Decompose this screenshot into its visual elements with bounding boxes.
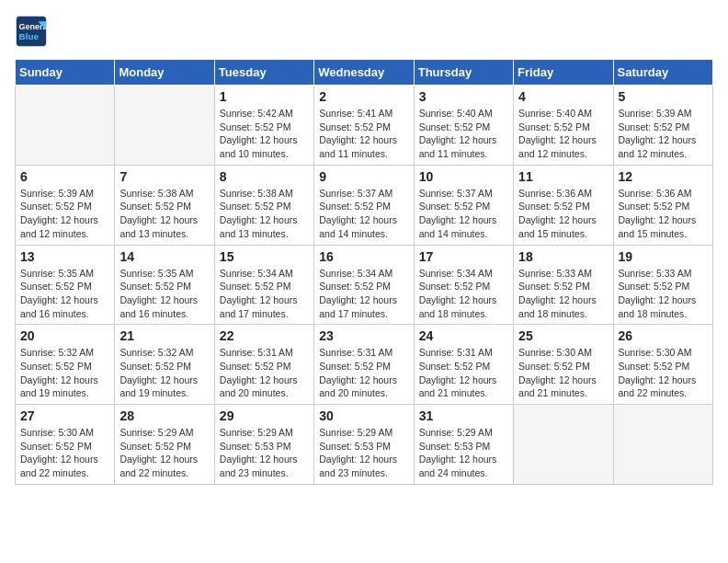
day-number: 25 bbox=[518, 328, 608, 343]
day-info: Sunrise: 5:34 AM Sunset: 5:52 PM Dayligh… bbox=[319, 267, 408, 321]
day-info: Sunrise: 5:31 AM Sunset: 5:52 PM Dayligh… bbox=[419, 346, 508, 400]
day-number: 23 bbox=[319, 328, 408, 343]
day-number: 4 bbox=[518, 89, 608, 104]
calendar-cell: 6Sunrise: 5:39 AM Sunset: 5:52 PM Daylig… bbox=[16, 165, 115, 245]
day-info: Sunrise: 5:36 AM Sunset: 5:52 PM Dayligh… bbox=[619, 187, 708, 241]
day-info: Sunrise: 5:32 AM Sunset: 5:52 PM Dayligh… bbox=[119, 346, 209, 400]
day-number: 6 bbox=[20, 169, 109, 184]
day-info: Sunrise: 5:42 AM Sunset: 5:52 PM Dayligh… bbox=[220, 107, 309, 161]
calendar-cell: 29Sunrise: 5:29 AM Sunset: 5:53 PM Dayli… bbox=[214, 405, 313, 485]
calendar-week-row: 20Sunrise: 5:32 AM Sunset: 5:52 PM Dayli… bbox=[16, 325, 713, 405]
calendar-cell: 17Sunrise: 5:34 AM Sunset: 5:52 PM Dayli… bbox=[414, 245, 513, 325]
calendar-cell: 9Sunrise: 5:37 AM Sunset: 5:52 PM Daylig… bbox=[314, 165, 414, 245]
calendar-cell: 28Sunrise: 5:29 AM Sunset: 5:52 PM Dayli… bbox=[115, 405, 214, 485]
calendar-cell: 25Sunrise: 5:30 AM Sunset: 5:52 PM Dayli… bbox=[514, 325, 613, 405]
calendar-cell: 19Sunrise: 5:33 AM Sunset: 5:52 PM Dayli… bbox=[613, 245, 712, 325]
calendar-cell: 3Sunrise: 5:40 AM Sunset: 5:52 PM Daylig… bbox=[414, 86, 513, 166]
day-info: Sunrise: 5:37 AM Sunset: 5:52 PM Dayligh… bbox=[419, 187, 508, 241]
day-info: Sunrise: 5:33 AM Sunset: 5:52 PM Dayligh… bbox=[619, 267, 708, 321]
calendar-cell: 7Sunrise: 5:38 AM Sunset: 5:52 PM Daylig… bbox=[115, 165, 214, 245]
weekday-header-friday: Friday bbox=[514, 60, 613, 86]
calendar-cell bbox=[16, 86, 115, 166]
day-info: Sunrise: 5:41 AM Sunset: 5:52 PM Dayligh… bbox=[319, 107, 408, 161]
day-info: Sunrise: 5:29 AM Sunset: 5:53 PM Dayligh… bbox=[220, 426, 309, 480]
calendar-cell: 20Sunrise: 5:32 AM Sunset: 5:52 PM Dayli… bbox=[16, 325, 115, 405]
day-number: 9 bbox=[319, 169, 408, 184]
day-info: Sunrise: 5:34 AM Sunset: 5:52 PM Dayligh… bbox=[419, 267, 508, 321]
day-info: Sunrise: 5:31 AM Sunset: 5:52 PM Dayligh… bbox=[319, 346, 408, 400]
day-number: 2 bbox=[319, 89, 408, 104]
calendar-cell: 2Sunrise: 5:41 AM Sunset: 5:52 PM Daylig… bbox=[314, 86, 414, 166]
day-info: Sunrise: 5:29 AM Sunset: 5:52 PM Dayligh… bbox=[119, 426, 209, 480]
calendar-week-row: 27Sunrise: 5:30 AM Sunset: 5:52 PM Dayli… bbox=[16, 405, 713, 485]
day-number: 31 bbox=[419, 408, 508, 423]
calendar-cell: 30Sunrise: 5:29 AM Sunset: 5:53 PM Dayli… bbox=[314, 405, 414, 485]
day-number: 13 bbox=[20, 249, 109, 264]
calendar-header-row: SundayMondayTuesdayWednesdayThursdayFrid… bbox=[16, 60, 713, 86]
day-number: 27 bbox=[20, 408, 109, 423]
calendar-cell: 11Sunrise: 5:36 AM Sunset: 5:52 PM Dayli… bbox=[514, 165, 613, 245]
day-number: 22 bbox=[220, 328, 309, 343]
day-number: 30 bbox=[319, 408, 408, 423]
svg-text:Blue: Blue bbox=[19, 31, 40, 41]
calendar-cell: 24Sunrise: 5:31 AM Sunset: 5:52 PM Dayli… bbox=[414, 325, 513, 405]
day-number: 26 bbox=[619, 328, 708, 343]
day-number: 10 bbox=[419, 169, 508, 184]
calendar-cell: 22Sunrise: 5:31 AM Sunset: 5:52 PM Dayli… bbox=[214, 325, 313, 405]
weekday-header-sunday: Sunday bbox=[16, 60, 115, 86]
day-info: Sunrise: 5:38 AM Sunset: 5:52 PM Dayligh… bbox=[119, 187, 209, 241]
calendar-cell: 8Sunrise: 5:38 AM Sunset: 5:52 PM Daylig… bbox=[214, 165, 313, 245]
day-number: 21 bbox=[119, 328, 209, 343]
day-number: 16 bbox=[319, 249, 408, 264]
calendar-cell: 4Sunrise: 5:40 AM Sunset: 5:52 PM Daylig… bbox=[514, 86, 613, 166]
day-info: Sunrise: 5:39 AM Sunset: 5:52 PM Dayligh… bbox=[619, 107, 708, 161]
calendar-week-row: 1Sunrise: 5:42 AM Sunset: 5:52 PM Daylig… bbox=[16, 86, 713, 166]
day-info: Sunrise: 5:36 AM Sunset: 5:52 PM Dayligh… bbox=[518, 187, 608, 241]
day-info: Sunrise: 5:40 AM Sunset: 5:52 PM Dayligh… bbox=[518, 107, 608, 161]
calendar-week-row: 13Sunrise: 5:35 AM Sunset: 5:52 PM Dayli… bbox=[16, 245, 713, 325]
calendar-cell: 18Sunrise: 5:33 AM Sunset: 5:52 PM Dayli… bbox=[514, 245, 613, 325]
day-number: 24 bbox=[419, 328, 508, 343]
day-number: 14 bbox=[119, 249, 209, 264]
page-header: General Blue bbox=[15, 15, 713, 48]
day-info: Sunrise: 5:39 AM Sunset: 5:52 PM Dayligh… bbox=[20, 187, 109, 241]
calendar-cell: 23Sunrise: 5:31 AM Sunset: 5:52 PM Dayli… bbox=[314, 325, 414, 405]
day-info: Sunrise: 5:40 AM Sunset: 5:52 PM Dayligh… bbox=[419, 107, 508, 161]
calendar-cell: 16Sunrise: 5:34 AM Sunset: 5:52 PM Dayli… bbox=[314, 245, 414, 325]
weekday-header-tuesday: Tuesday bbox=[214, 60, 313, 86]
calendar-cell: 26Sunrise: 5:30 AM Sunset: 5:52 PM Dayli… bbox=[613, 325, 712, 405]
calendar-cell: 1Sunrise: 5:42 AM Sunset: 5:52 PM Daylig… bbox=[214, 86, 313, 166]
day-info: Sunrise: 5:37 AM Sunset: 5:52 PM Dayligh… bbox=[319, 187, 408, 241]
day-info: Sunrise: 5:31 AM Sunset: 5:52 PM Dayligh… bbox=[220, 346, 309, 400]
calendar-cell: 12Sunrise: 5:36 AM Sunset: 5:52 PM Dayli… bbox=[613, 165, 712, 245]
calendar-cell bbox=[613, 405, 712, 485]
day-number: 19 bbox=[619, 249, 708, 264]
day-info: Sunrise: 5:30 AM Sunset: 5:52 PM Dayligh… bbox=[518, 346, 608, 400]
day-info: Sunrise: 5:35 AM Sunset: 5:52 PM Dayligh… bbox=[119, 267, 209, 321]
calendar-cell: 21Sunrise: 5:32 AM Sunset: 5:52 PM Dayli… bbox=[115, 325, 214, 405]
weekday-header-thursday: Thursday bbox=[414, 60, 513, 86]
day-number: 28 bbox=[119, 408, 209, 423]
logo: General Blue bbox=[15, 15, 53, 48]
calendar-cell: 14Sunrise: 5:35 AM Sunset: 5:52 PM Dayli… bbox=[115, 245, 214, 325]
day-info: Sunrise: 5:35 AM Sunset: 5:52 PM Dayligh… bbox=[20, 267, 109, 321]
day-info: Sunrise: 5:34 AM Sunset: 5:52 PM Dayligh… bbox=[220, 267, 309, 321]
calendar-week-row: 6Sunrise: 5:39 AM Sunset: 5:52 PM Daylig… bbox=[16, 165, 713, 245]
day-info: Sunrise: 5:32 AM Sunset: 5:52 PM Dayligh… bbox=[20, 346, 109, 400]
day-number: 5 bbox=[619, 89, 708, 104]
calendar-cell bbox=[115, 86, 214, 166]
calendar-cell bbox=[514, 405, 613, 485]
day-info: Sunrise: 5:33 AM Sunset: 5:52 PM Dayligh… bbox=[518, 267, 608, 321]
day-number: 11 bbox=[518, 169, 608, 184]
day-number: 29 bbox=[220, 408, 309, 423]
day-number: 8 bbox=[220, 169, 309, 184]
day-number: 12 bbox=[619, 169, 708, 184]
day-number: 3 bbox=[419, 89, 508, 104]
logo-icon: General Blue bbox=[15, 15, 48, 48]
day-number: 7 bbox=[119, 169, 209, 184]
calendar-cell: 13Sunrise: 5:35 AM Sunset: 5:52 PM Dayli… bbox=[16, 245, 115, 325]
calendar-cell: 15Sunrise: 5:34 AM Sunset: 5:52 PM Dayli… bbox=[214, 245, 313, 325]
day-number: 20 bbox=[20, 328, 109, 343]
day-info: Sunrise: 5:29 AM Sunset: 5:53 PM Dayligh… bbox=[419, 426, 508, 480]
day-number: 18 bbox=[518, 249, 608, 264]
